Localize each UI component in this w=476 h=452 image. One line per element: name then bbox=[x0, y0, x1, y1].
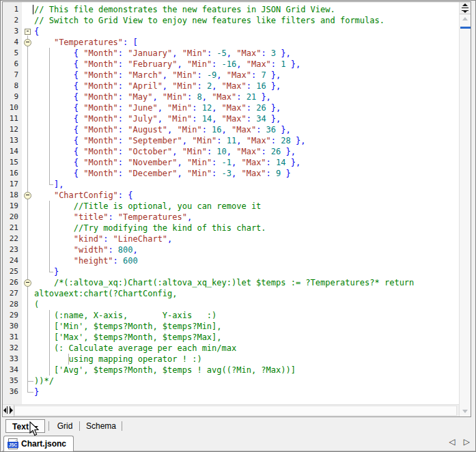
line-number: 21 bbox=[3, 223, 18, 234]
line-number: 29 bbox=[3, 310, 18, 321]
line-number: 5 bbox=[3, 48, 18, 59]
code-text: } bbox=[34, 266, 59, 277]
code-line-27[interactable]: 27altovaext:chart(?ChartConfig, bbox=[3, 288, 459, 299]
code-line-19[interactable]: 19 //Title is optional, you can remove i… bbox=[3, 201, 459, 212]
code-text: using mapping operator ! :) bbox=[34, 354, 202, 365]
code-line-8[interactable]: 8 { "Month": "April", "Min": 2, "Max": 1… bbox=[3, 81, 459, 91]
line-number: 6 bbox=[3, 59, 18, 70]
vertical-scrollbar[interactable] bbox=[459, 2, 471, 416]
code-line-10[interactable]: 10 { "Month": "June", "Min": 12, "Max": … bbox=[3, 102, 459, 113]
code-line-7[interactable]: 7 { "Month": "March", "Min": -9, "Max": … bbox=[3, 70, 459, 81]
fold-end-tick bbox=[49, 272, 53, 272]
line-number: 10 bbox=[3, 102, 18, 113]
code-line-20[interactable]: 20 "title": "Temperatures", bbox=[3, 212, 459, 223]
collapse-circle-minus-icon[interactable] bbox=[24, 39, 31, 46]
code-text: //Try modifying the kind of this chart. bbox=[34, 223, 266, 234]
code-line-4[interactable]: 4 "Temperatures": [ bbox=[3, 37, 459, 48]
code-line-11[interactable]: 11 { "Month": "July", "Min": 14, "Max": … bbox=[3, 113, 459, 124]
line-number: 30 bbox=[3, 321, 18, 332]
line-number: 1 bbox=[3, 4, 18, 15]
tab-schema-label: Schema bbox=[86, 421, 116, 431]
code-line-30[interactable]: 30 ['Min', $temps?Month, $temps?Min], bbox=[3, 321, 459, 332]
fold-connector-line bbox=[49, 48, 50, 185]
code-line-23[interactable]: 23 "width": 800, bbox=[3, 244, 459, 255]
code-text: "ChartConfig": { bbox=[34, 190, 133, 201]
code-text: ['Max', $temps?Month, $temps?Max], bbox=[34, 332, 222, 343]
code-text: // Switch to Grid View to enjoy new feat… bbox=[34, 15, 384, 26]
code-line-34[interactable]: 34 ['Avg', $temps?Month, $temps ! avg((?… bbox=[3, 365, 459, 376]
code-text: altovaext:chart(?ChartConfig, bbox=[34, 288, 178, 299]
code-line-12[interactable]: 12 { "Month": "August", "Min": 16, "Max"… bbox=[3, 124, 459, 135]
line-number: 13 bbox=[3, 135, 18, 146]
code-text: ( bbox=[34, 299, 39, 310]
line-number: 26 bbox=[3, 277, 18, 288]
code-line-35[interactable]: 35))*/ bbox=[3, 376, 459, 386]
jsonc-file-icon: JSC bbox=[8, 438, 18, 449]
tab-scroll-left-icon[interactable]: ◁ bbox=[449, 437, 456, 447]
json-editor-window: 1// This file demonstrates the new featu… bbox=[0, 0, 476, 452]
code-text: { "Month": "October", "Min": 10, "Max": … bbox=[34, 146, 296, 157]
collapse-circle-minus-icon[interactable] bbox=[24, 279, 31, 287]
scroll-down-arrow-icon[interactable] bbox=[460, 407, 471, 416]
line-number: 32 bbox=[3, 343, 18, 354]
code-text: { "Month": "January", "Min": -5, "Max": … bbox=[34, 48, 291, 59]
collapse-circle-minus-icon[interactable] bbox=[24, 192, 31, 199]
indent-guide-line bbox=[68, 354, 69, 365]
code-text: ['Avg', $temps?Month, $temps ! avg((?Min… bbox=[34, 365, 296, 376]
code-line-6[interactable]: 6 { "Month": "February", "Min": -16, "Ma… bbox=[3, 59, 459, 70]
code-text: // This file demonstrates the new featur… bbox=[34, 4, 335, 15]
code-line-14[interactable]: 14 { "Month": "October", "Min": 10, "Max… bbox=[3, 146, 459, 157]
code-line-21[interactable]: 21 //Try modifying the kind of this char… bbox=[3, 223, 459, 234]
code-text: { "Month": "November", "Min": -1, "Max":… bbox=[34, 157, 300, 168]
horizontal-scroll-thumb[interactable] bbox=[14, 406, 457, 416]
tab-grid-label: Grid bbox=[57, 421, 73, 431]
code-line-15[interactable]: 15 { "Month": "November", "Min": -1, "Ma… bbox=[3, 157, 459, 168]
code-line-5[interactable]: 5 { "Month": "January", "Min": -5, "Max"… bbox=[3, 48, 459, 59]
fold-connector-line bbox=[27, 287, 28, 382]
code-line-25[interactable]: 25 } bbox=[3, 266, 459, 277]
collapse-square-minus-icon[interactable] bbox=[25, 29, 31, 35]
code-line-2[interactable]: 2// Switch to Grid View to enjoy new fea… bbox=[3, 15, 459, 26]
code-line-1[interactable]: 1// This file demonstrates the new featu… bbox=[3, 4, 459, 15]
tab-grid-view[interactable]: Grid bbox=[53, 419, 77, 433]
code-line-22[interactable]: 22 "kind": "LineChart", bbox=[3, 234, 459, 244]
tab-scroll-right-icon[interactable]: ▷ bbox=[464, 437, 470, 447]
tab-schema-view[interactable]: Schema bbox=[83, 419, 119, 433]
split-view-handle-icon[interactable] bbox=[460, 2, 471, 14]
code-text: } bbox=[34, 386, 39, 397]
split-view-horizontal-handle-icon[interactable] bbox=[3, 405, 14, 416]
code-text: { "Month": "June", "Min": 12, "Max": 26 … bbox=[34, 102, 281, 113]
line-number: 15 bbox=[3, 157, 18, 168]
code-line-26[interactable]: 26 /*(:altova_xq:)Chart(:altova_xq_key:)… bbox=[3, 277, 459, 288]
code-rows: 1// This file demonstrates the new featu… bbox=[3, 4, 459, 397]
line-number: 28 bbox=[3, 299, 18, 310]
code-text: { "Month": "July", "Min": 14, "Max": 34 … bbox=[34, 113, 281, 124]
line-number: 3 bbox=[3, 26, 18, 37]
code-line-17[interactable]: 17 ], bbox=[3, 179, 459, 190]
line-number: 22 bbox=[3, 234, 18, 244]
scroll-up-arrow-icon[interactable] bbox=[460, 14, 471, 24]
line-number: 18 bbox=[3, 190, 18, 201]
line-number: 12 bbox=[3, 124, 18, 135]
code-text: ))*/ bbox=[34, 376, 54, 386]
code-line-3[interactable]: 3{ bbox=[3, 26, 459, 37]
code-line-18[interactable]: 18 "ChartConfig": { bbox=[3, 190, 459, 201]
code-line-29[interactable]: 29 (:name, X-axis, Y-axis :) bbox=[3, 310, 459, 321]
code-line-9[interactable]: 9 { "Month": "May", "Min": 8, "Max": 21 … bbox=[3, 91, 459, 102]
code-line-31[interactable]: 31 ['Max', $temps?Month, $temps?Max], bbox=[3, 332, 459, 343]
horizontal-scrollbar[interactable] bbox=[3, 404, 459, 416]
code-text: { bbox=[34, 26, 39, 37]
line-number: 2 bbox=[3, 15, 18, 26]
code-text: "kind": "LineChart", bbox=[34, 234, 172, 244]
code-line-13[interactable]: 13 { "Month": "September", "Min": 11, "M… bbox=[3, 135, 459, 146]
line-number: 20 bbox=[3, 212, 18, 223]
code-line-16[interactable]: 16 { "Month": "December", "Min": -3, "Ma… bbox=[3, 168, 459, 179]
code-line-24[interactable]: 24 "height": 600 bbox=[3, 255, 459, 266]
code-editor-area[interactable]: 1// This file demonstrates the new featu… bbox=[3, 2, 459, 404]
code-line-36[interactable]: 36} bbox=[3, 386, 459, 397]
code-line-32[interactable]: 32 (: Calculate average per each min/max bbox=[3, 343, 459, 354]
line-number: 25 bbox=[3, 266, 18, 277]
document-tab-chart-jsonc[interactable]: JSC Chart.jsonc bbox=[3, 436, 74, 451]
code-line-33[interactable]: 33 using mapping operator ! :) bbox=[3, 354, 459, 365]
code-line-28[interactable]: 28( bbox=[3, 299, 459, 310]
